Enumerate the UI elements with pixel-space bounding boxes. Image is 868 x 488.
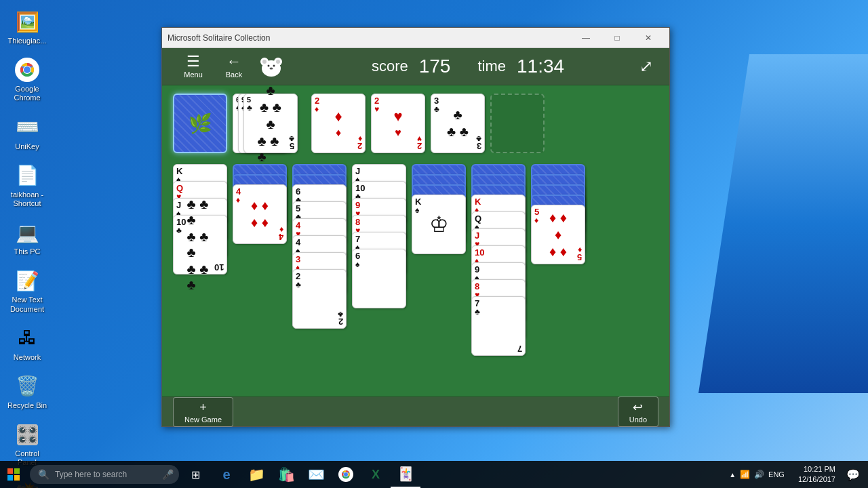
tableau-col-6[interactable]: K ♦ ♔ Q ♠ J ♥ 10 xyxy=(471,164,526,374)
new-game-button[interactable]: + New Game xyxy=(173,397,233,427)
recycle-bin-icon: 🗑️ xyxy=(14,373,41,400)
svg-point-12 xyxy=(270,68,273,70)
chrome-icon xyxy=(14,56,41,83)
icon-taikhoan[interactable]: 📄 taikhoan - Shortcut xyxy=(3,159,52,211)
col5-card-k[interactable]: K ♠ ♔ xyxy=(412,195,466,254)
svg-point-8 xyxy=(262,60,267,64)
taskbar-store[interactable]: 🛍️ xyxy=(271,461,301,488)
score-value: 175 xyxy=(419,56,451,77)
clock-date: 12/16/2017 xyxy=(798,474,835,485)
this-pc-icon: 💻 xyxy=(14,219,41,246)
clock-time: 10:21 PM xyxy=(804,464,835,474)
icon-recycle-bin[interactable]: 🗑️ Recycle Bin xyxy=(3,370,52,413)
tableau-col-4[interactable]: J ♠ ♚ 10 ♣ 9 ♥ 8 xyxy=(352,164,406,320)
col1-card-10[interactable]: 10 ♣ ♣ ♣ ♣ ♣ ♣ ♣ ♣ ♣ ♣ 10 xyxy=(173,215,227,274)
taskbar-edge[interactable]: e xyxy=(212,461,241,488)
network-tray-icon[interactable]: 📶 xyxy=(740,470,750,479)
time-value: 11:34 xyxy=(517,56,564,77)
svg-point-20 xyxy=(344,472,348,476)
close-button[interactable]: ✕ xyxy=(633,28,664,48)
icon-unikey[interactable]: ⌨️ UniKey xyxy=(3,111,52,154)
unikey-label: UniKey xyxy=(15,142,39,151)
desktop-icons: 🖼️ Thieugiac... Google Chrome xyxy=(0,0,54,488)
icon-network[interactable]: 🖧 Network xyxy=(3,322,52,365)
score-group: score 175 xyxy=(372,56,451,77)
undo-button[interactable]: ↩ Undo xyxy=(618,396,658,427)
thieugiac-icon: 🖼️ xyxy=(14,8,41,35)
start-button[interactable] xyxy=(0,461,27,488)
svg-rect-16 xyxy=(14,475,20,481)
taskbar-mail[interactable]: ✉️ xyxy=(301,461,331,488)
search-icon: 🔍 xyxy=(38,469,50,480)
taskbar-chrome[interactable] xyxy=(331,461,361,488)
svg-rect-13 xyxy=(7,468,13,474)
tableau-row: K ♠ ♛ Q ♥ ♛ J ♠ ♚ xyxy=(173,164,658,388)
col2-card-4d[interactable]: 4 ♦ ♦ ♦ ♦ ♦ 4 ♦ xyxy=(233,184,287,244)
new-game-icon: + xyxy=(199,401,207,415)
menu-icon: ☰ xyxy=(186,54,200,69)
taskbar-search[interactable]: 🔍 🎤 xyxy=(30,465,179,484)
tableau-col-2[interactable]: 4 ♦ ♦ ♦ ♦ ♦ 4 ♦ xyxy=(233,164,287,252)
control-panel-icon: 🎛️ xyxy=(14,421,41,448)
search-input[interactable] xyxy=(55,470,157,479)
time-group: time 11:34 xyxy=(477,56,564,77)
foundation-2[interactable]: 2 ♥ ♥ ♥ 2 ♥ xyxy=(371,94,425,153)
game-area: 🌿 6 ♣ 9 ♣ ♣♣ ♣ 9 ♣ xyxy=(162,85,669,396)
svg-rect-14 xyxy=(14,468,20,474)
icon-new-text[interactable]: 📝 New Text Document xyxy=(3,264,52,316)
google-chrome-label: Google Chrome xyxy=(5,85,49,102)
waste-card-3-center: ♣ ♣ ♣ ♣ ♣ ♣ ♣ xyxy=(258,83,284,165)
taskbar-solitaire[interactable]: 🃏 xyxy=(391,461,420,488)
window-title: Microsoft Solitaire Collection xyxy=(167,33,270,43)
svg-point-3 xyxy=(24,66,31,73)
taskbar-apps: e 📁 🛍️ ✉️ X 🃏 xyxy=(212,461,420,488)
taskbar: 🔍 🎤 ⊞ e 📁 🛍️ ✉️ xyxy=(0,461,868,488)
col3-card-2c[interactable]: 2 ♣ 2 ♣ xyxy=(292,269,347,329)
menu-button[interactable]: ☰ Menu xyxy=(173,50,214,83)
col6-card-7[interactable]: 7 ♣ 7 xyxy=(471,296,526,356)
undo-label: Undo xyxy=(629,415,647,424)
minimize-button[interactable]: — xyxy=(570,28,601,48)
thieugiac-label: Thieugiac... xyxy=(8,37,47,45)
desktop: 🖼️ Thieugiac... Google Chrome xyxy=(0,0,868,488)
new-game-label: New Game xyxy=(184,415,222,424)
tableau-col-3[interactable]: 6 ♣ 5 ♣ 4 ♥ 4 ♠ xyxy=(292,164,347,333)
foundation-1[interactable]: 2 ♦ ♦ ♦ 2 ♦ xyxy=(311,94,366,153)
new-text-label: New Text Document xyxy=(5,296,49,313)
icon-this-pc[interactable]: 💻 This PC xyxy=(3,216,52,259)
back-label: Back xyxy=(226,70,242,79)
task-view-button[interactable]: ⊞ xyxy=(182,461,209,488)
game-bottom-toolbar: + New Game ↩ Undo xyxy=(162,396,669,426)
svg-point-9 xyxy=(276,60,280,64)
tableau-col-1[interactable]: K ♠ ♛ Q ♥ ♛ J ♠ ♚ xyxy=(173,164,227,293)
tray-expand-icon[interactable]: ▲ xyxy=(729,471,736,479)
foundation-4-empty[interactable] xyxy=(490,94,545,153)
system-clock[interactable]: 10:21 PM 12/16/2017 xyxy=(793,464,841,485)
taskbar-file-explorer[interactable]: 📁 xyxy=(241,461,271,488)
volume-icon[interactable]: 🔊 xyxy=(754,470,764,479)
tableau-col-7[interactable]: 5 ♦ ♦ ♦ ♦ ♦ ♦ 5 ♦ xyxy=(531,164,585,272)
expand-button[interactable]: ⤢ xyxy=(634,52,658,81)
taikhoan-icon: 📄 xyxy=(14,162,41,189)
notifications-icon[interactable]: 💬 xyxy=(844,468,863,481)
f3-center: ♣ ♣ ♣ xyxy=(447,107,469,140)
waste-pile[interactable]: 6 ♣ 9 ♣ ♣♣ ♣ 9 ♣ 5 ♣ xyxy=(233,94,287,153)
back-button[interactable]: ← Back xyxy=(214,50,254,83)
maximize-button[interactable]: □ xyxy=(601,28,633,48)
score-label: score xyxy=(372,58,408,75)
microphone-icon[interactable]: 🎤 xyxy=(162,469,174,480)
svg-point-10 xyxy=(268,65,270,67)
stock-pile[interactable]: 🌿 xyxy=(173,94,227,153)
col7-card-5d[interactable]: 5 ♦ ♦ ♦ ♦ ♦ ♦ 5 ♦ xyxy=(531,205,585,264)
network-icon: 🖧 xyxy=(14,325,41,352)
foundation-3[interactable]: 3 ♣ ♣ ♣ ♣ 3 ♣ xyxy=(431,94,485,153)
game-toolbar: ☰ Menu ← Back xyxy=(162,48,669,85)
icon-thieugiac[interactable]: 🖼️ Thieugiac... xyxy=(3,5,52,48)
tableau-col-5[interactable]: K ♠ ♔ xyxy=(412,164,466,266)
menu-label: Menu xyxy=(184,70,203,79)
icon-google-chrome[interactable]: Google Chrome xyxy=(3,54,52,105)
f2-center: ♥ ♥ xyxy=(393,108,402,139)
undo-icon: ↩ xyxy=(633,400,643,415)
taskbar-excel[interactable]: X xyxy=(361,461,391,488)
col4-card-6s[interactable]: 6 ♠ xyxy=(352,249,406,308)
